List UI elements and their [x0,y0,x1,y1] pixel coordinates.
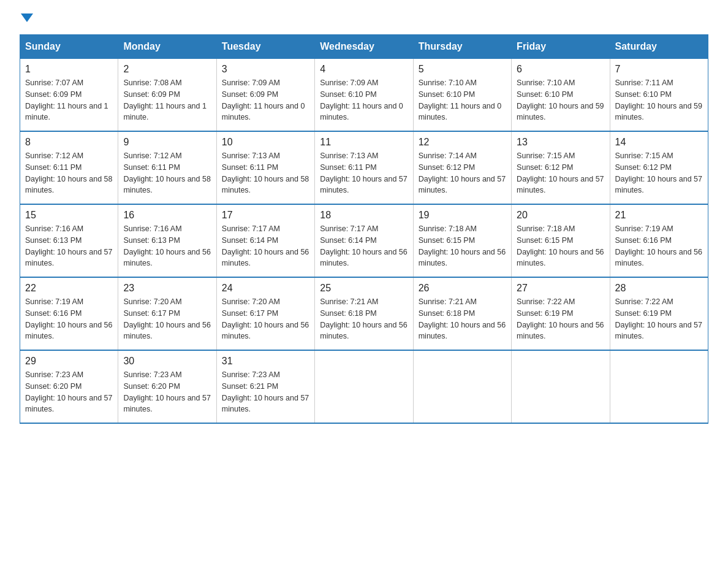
day-info: Sunrise: 7:17 AMSunset: 6:14 PMDaylight:… [222,223,309,269]
day-number: 27 [517,283,604,294]
day-number: 13 [517,137,604,148]
day-number: 24 [222,283,309,294]
calendar-cell [413,350,511,423]
logo-triangle-icon [21,13,33,22]
day-number: 17 [222,210,309,221]
day-info: Sunrise: 7:22 AMSunset: 6:19 PMDaylight:… [517,296,604,342]
days-of-week-row: SundayMondayTuesdayWednesdayThursdayFrid… [20,35,708,59]
day-info: Sunrise: 7:15 AMSunset: 6:12 PMDaylight:… [615,150,703,196]
calendar-cell: 31 Sunrise: 7:23 AMSunset: 6:21 PMDaylig… [216,350,314,423]
calendar-cell: 20 Sunrise: 7:18 AMSunset: 6:15 PMDaylig… [512,204,610,277]
day-info: Sunrise: 7:08 AMSunset: 6:09 PMDaylight:… [123,77,211,123]
day-info: Sunrise: 7:23 AMSunset: 6:20 PMDaylight:… [123,369,211,415]
calendar-cell: 23 Sunrise: 7:20 AMSunset: 6:17 PMDaylig… [118,277,216,350]
day-number: 26 [419,283,506,294]
calendar-cell: 22 Sunrise: 7:19 AMSunset: 6:16 PMDaylig… [20,277,118,350]
calendar-cell: 7 Sunrise: 7:11 AMSunset: 6:10 PMDayligh… [610,59,708,132]
day-number: 31 [222,356,309,367]
calendar-cell: 14 Sunrise: 7:15 AMSunset: 6:12 PMDaylig… [610,131,708,204]
calendar-cell: 13 Sunrise: 7:15 AMSunset: 6:12 PMDaylig… [512,131,610,204]
day-info: Sunrise: 7:07 AMSunset: 6:09 PMDaylight:… [25,77,113,123]
day-of-week-monday: Monday [118,35,216,59]
calendar-cell: 19 Sunrise: 7:18 AMSunset: 6:15 PMDaylig… [413,204,511,277]
day-info: Sunrise: 7:21 AMSunset: 6:18 PMDaylight:… [419,296,506,342]
day-info: Sunrise: 7:13 AMSunset: 6:11 PMDaylight:… [320,150,408,196]
calendar-cell [315,350,413,423]
day-of-week-thursday: Thursday [413,35,511,59]
day-info: Sunrise: 7:12 AMSunset: 6:11 PMDaylight:… [123,150,211,196]
calendar-cell: 16 Sunrise: 7:16 AMSunset: 6:13 PMDaylig… [118,204,216,277]
calendar-cell: 3 Sunrise: 7:09 AMSunset: 6:09 PMDayligh… [216,59,314,132]
day-number: 9 [123,137,211,148]
calendar-cell [512,350,610,423]
day-info: Sunrise: 7:17 AMSunset: 6:14 PMDaylight:… [320,223,408,269]
calendar-week-row: 1 Sunrise: 7:07 AMSunset: 6:09 PMDayligh… [20,59,708,132]
calendar-cell: 1 Sunrise: 7:07 AMSunset: 6:09 PMDayligh… [20,59,118,132]
day-of-week-sunday: Sunday [20,35,118,59]
day-number: 12 [419,137,506,148]
calendar-cell [610,350,708,423]
day-info: Sunrise: 7:16 AMSunset: 6:13 PMDaylight:… [25,223,113,269]
day-number: 15 [25,210,113,221]
day-number: 14 [615,137,703,148]
calendar-cell: 8 Sunrise: 7:12 AMSunset: 6:11 PMDayligh… [20,131,118,204]
day-number: 23 [123,283,211,294]
calendar-cell: 29 Sunrise: 7:23 AMSunset: 6:20 PMDaylig… [20,350,118,423]
day-number: 8 [25,137,113,148]
day-number: 25 [320,283,408,294]
day-info: Sunrise: 7:18 AMSunset: 6:15 PMDaylight:… [419,223,506,269]
day-number: 21 [615,210,703,221]
calendar-week-row: 22 Sunrise: 7:19 AMSunset: 6:16 PMDaylig… [20,277,708,350]
day-info: Sunrise: 7:22 AMSunset: 6:19 PMDaylight:… [615,296,703,342]
day-info: Sunrise: 7:15 AMSunset: 6:12 PMDaylight:… [517,150,604,196]
day-number: 18 [320,210,408,221]
day-number: 19 [419,210,506,221]
day-info: Sunrise: 7:21 AMSunset: 6:18 PMDaylight:… [320,296,408,342]
calendar-cell: 25 Sunrise: 7:21 AMSunset: 6:18 PMDaylig… [315,277,413,350]
calendar-header: SundayMondayTuesdayWednesdayThursdayFrid… [20,35,708,59]
calendar-cell: 12 Sunrise: 7:14 AMSunset: 6:12 PMDaylig… [413,131,511,204]
day-number: 20 [517,210,604,221]
day-info: Sunrise: 7:13 AMSunset: 6:11 PMDaylight:… [222,150,309,196]
calendar-cell: 10 Sunrise: 7:13 AMSunset: 6:11 PMDaylig… [216,131,314,204]
page-header [20,15,708,23]
calendar-cell: 2 Sunrise: 7:08 AMSunset: 6:09 PMDayligh… [118,59,216,132]
calendar-body: 1 Sunrise: 7:07 AMSunset: 6:09 PMDayligh… [20,59,708,424]
calendar-cell: 9 Sunrise: 7:12 AMSunset: 6:11 PMDayligh… [118,131,216,204]
day-info: Sunrise: 7:09 AMSunset: 6:09 PMDaylight:… [222,77,309,123]
day-number: 30 [123,356,211,367]
day-number: 28 [615,283,703,294]
calendar-cell: 21 Sunrise: 7:19 AMSunset: 6:16 PMDaylig… [610,204,708,277]
day-info: Sunrise: 7:18 AMSunset: 6:15 PMDaylight:… [517,223,604,269]
calendar-cell: 26 Sunrise: 7:21 AMSunset: 6:18 PMDaylig… [413,277,511,350]
day-info: Sunrise: 7:20 AMSunset: 6:17 PMDaylight:… [222,296,309,342]
calendar-cell: 11 Sunrise: 7:13 AMSunset: 6:11 PMDaylig… [315,131,413,204]
day-info: Sunrise: 7:09 AMSunset: 6:10 PMDaylight:… [320,77,408,123]
calendar-week-row: 8 Sunrise: 7:12 AMSunset: 6:11 PMDayligh… [20,131,708,204]
calendar-cell: 4 Sunrise: 7:09 AMSunset: 6:10 PMDayligh… [315,59,413,132]
logo [20,15,33,23]
calendar-cell: 17 Sunrise: 7:17 AMSunset: 6:14 PMDaylig… [216,204,314,277]
day-info: Sunrise: 7:19 AMSunset: 6:16 PMDaylight:… [25,296,113,342]
calendar-table: SundayMondayTuesdayWednesdayThursdayFrid… [20,34,708,424]
calendar-cell: 15 Sunrise: 7:16 AMSunset: 6:13 PMDaylig… [20,204,118,277]
calendar-cell: 24 Sunrise: 7:20 AMSunset: 6:17 PMDaylig… [216,277,314,350]
day-number: 2 [123,64,211,75]
calendar-week-row: 29 Sunrise: 7:23 AMSunset: 6:20 PMDaylig… [20,350,708,423]
day-number: 4 [320,64,408,75]
day-info: Sunrise: 7:11 AMSunset: 6:10 PMDaylight:… [615,77,703,123]
day-number: 7 [615,64,703,75]
calendar-cell: 27 Sunrise: 7:22 AMSunset: 6:19 PMDaylig… [512,277,610,350]
day-of-week-friday: Friday [512,35,610,59]
day-info: Sunrise: 7:12 AMSunset: 6:11 PMDaylight:… [25,150,113,196]
day-info: Sunrise: 7:16 AMSunset: 6:13 PMDaylight:… [123,223,211,269]
day-number: 10 [222,137,309,148]
day-number: 5 [419,64,506,75]
day-of-week-tuesday: Tuesday [216,35,314,59]
calendar-cell: 6 Sunrise: 7:10 AMSunset: 6:10 PMDayligh… [512,59,610,132]
calendar-cell: 5 Sunrise: 7:10 AMSunset: 6:10 PMDayligh… [413,59,511,132]
day-of-week-saturday: Saturday [610,35,708,59]
calendar-week-row: 15 Sunrise: 7:16 AMSunset: 6:13 PMDaylig… [20,204,708,277]
day-number: 29 [25,356,113,367]
day-of-week-wednesday: Wednesday [315,35,413,59]
